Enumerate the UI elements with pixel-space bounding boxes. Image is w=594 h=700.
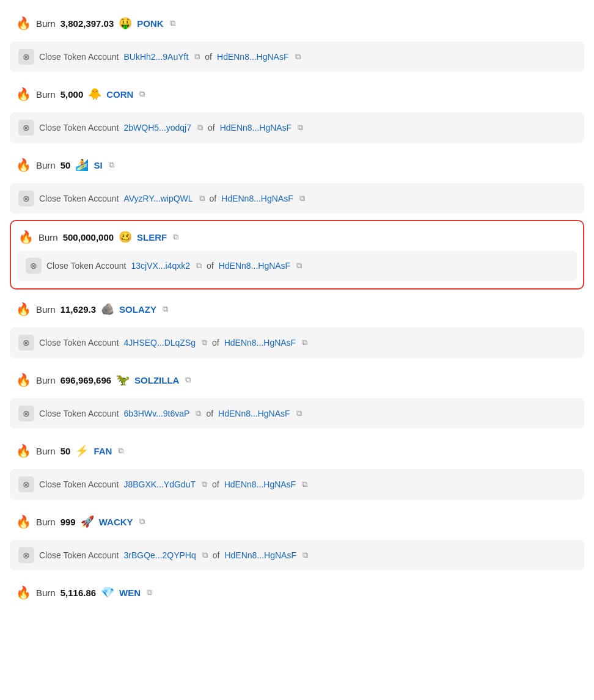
token-icon: 🐥 [88,87,101,101]
transaction-group: 🔥 Burn 5,000 🐥 CORN ⧉ ⊗ Close Token Acco… [10,78,584,143]
burn-amount: 3,802,397.03 [61,18,114,29]
close-address[interactable]: 13cjVX...i4qxk2 [131,261,191,271]
owner-address[interactable]: HdENn8...HgNAsF [220,123,292,133]
copy-icon[interactable]: ⧉ [298,123,303,133]
close-address[interactable]: 6b3HWv...9t6vaP [124,409,190,418]
copy-icon[interactable]: ⧉ [296,409,302,418]
burn-row: 🔥 Burn 50 🏄 SI ⧉ [10,149,584,181]
close-token-account-row: ⊗ Close Token Account 2bWQH5...yodqj7 ⧉ … [10,112,584,143]
token-name[interactable]: SI [94,160,102,170]
burn-amount: 50 [61,160,71,170]
highlighted-transaction: 🔥 Burn 500,000,000 🥴 SLERF ⧉ ⊗ Close Tok… [10,220,584,290]
burn-row: 🔥 Burn 696,969,696 🦖 SOLZILLA ⧉ [10,364,584,396]
copy-icon[interactable]: ⧉ [139,517,145,527]
close-account-icon: ⊗ [18,406,34,421]
close-account-icon: ⊗ [18,49,34,65]
token-name[interactable]: PONK [137,18,163,29]
fire-icon: 🔥 [16,585,31,600]
copy-icon[interactable]: ⧉ [170,18,175,28]
copy-icon[interactable]: ⧉ [196,409,201,418]
copy-icon[interactable]: ⧉ [202,479,207,489]
token-name[interactable]: FAN [94,446,112,456]
of-label: of [212,338,219,348]
close-token-account-row: ⊗ Close Token Account 13cjVX...i4qxk2 ⧉ … [17,250,577,281]
transaction-group: 🔥 Burn 999 🚀 WACKY ⧉ ⊗ Close Token Accou… [10,506,584,571]
close-label: Close Token Account [39,52,119,62]
token-name[interactable]: SOLZILLA [134,375,179,385]
owner-address[interactable]: HdENn8...HgNAsF [224,338,296,348]
owner-address[interactable]: HdENn8...HgNAsF [224,479,296,489]
copy-icon[interactable]: ⧉ [118,446,123,456]
burn-row: 🔥 Burn 11,629.3 🪨 SOLAZY ⧉ [10,293,584,325]
close-label: Close Token Account [39,550,119,560]
close-address[interactable]: AVyzRY...wipQWL [124,194,193,203]
of-label: of [210,194,217,203]
close-label: Close Token Account [39,409,119,418]
close-address[interactable]: J8BGXK...YdGduT [124,479,196,489]
burn-amount: 50 [61,446,71,456]
copy-icon[interactable]: ⧉ [163,304,168,314]
copy-icon[interactable]: ⧉ [202,338,207,348]
token-icon: 🤑 [119,16,132,30]
burn-amount: 999 [61,517,76,527]
fire-icon: 🔥 [16,16,31,31]
transaction-group: 🔥 Burn 696,969,696 🦖 SOLZILLA ⧉ ⊗ Close … [10,364,584,429]
copy-icon[interactable]: ⧉ [199,194,205,203]
transaction-group: 🔥 Burn 3,802,397.03 🤑 PONK ⧉ ⊗ Close Tok… [10,7,584,72]
close-token-account-row: ⊗ Close Token Account 6b3HWv...9t6vaP ⧉ … [10,398,584,429]
fire-icon: 🔥 [16,443,31,458]
burn-label: Burn [36,18,56,29]
fire-icon: 🔥 [18,230,34,244]
copy-icon[interactable]: ⧉ [139,89,145,99]
copy-icon[interactable]: ⧉ [295,52,301,62]
burn-label: Burn [36,517,56,527]
token-name[interactable]: SOLAZY [119,304,156,315]
token-name[interactable]: SLERF [137,232,167,242]
close-account-icon: ⊗ [18,120,34,136]
owner-address[interactable]: HdENn8...HgNAsF [217,52,288,62]
of-label: of [206,409,213,418]
copy-icon[interactable]: ⧉ [299,194,305,203]
of-label: of [207,261,214,271]
token-name[interactable]: CORN [106,89,133,100]
owner-address[interactable]: HdENn8...HgNAsF [218,409,290,418]
transaction-group: 🔥 Burn 50 ⚡ FAN ⧉ ⊗ Close Token Account … [10,435,584,500]
close-account-icon: ⊗ [18,335,34,351]
owner-address[interactable]: HdENn8...HgNAsF [221,194,293,203]
owner-address[interactable]: HdENn8...HgNAsF [219,261,290,271]
copy-icon[interactable]: ⧉ [302,479,307,489]
copy-icon[interactable]: ⧉ [173,232,178,242]
transaction-group: 🔥 Burn 11,629.3 🪨 SOLAZY ⧉ ⊗ Close Token… [10,293,584,358]
copy-icon[interactable]: ⧉ [196,261,202,271]
copy-icon[interactable]: ⧉ [197,123,203,133]
copy-icon[interactable]: ⧉ [194,52,200,62]
burn-row: 🔥 Burn 999 🚀 WACKY ⧉ [10,506,584,538]
copy-icon[interactable]: ⧉ [302,338,307,348]
fire-icon: 🔥 [16,514,31,529]
fire-icon: 🔥 [16,87,31,101]
close-token-account-row: ⊗ Close Token Account 4JHSEQ...DLqZSg ⧉ … [10,327,584,358]
close-token-account-row: ⊗ Close Token Account 3rBGQe...2QYPHq ⧉ … [10,540,584,571]
copy-icon[interactable]: ⧉ [185,375,191,385]
copy-icon[interactable]: ⧉ [147,588,152,597]
token-name[interactable]: WACKY [99,517,133,527]
copy-icon[interactable]: ⧉ [296,261,302,271]
close-label: Close Token Account [39,479,119,489]
close-label: Close Token Account [39,338,119,348]
of-label: of [205,52,212,62]
copy-icon[interactable]: ⧉ [109,160,114,170]
owner-address[interactable]: HdENn8...HgNAsF [224,550,296,560]
burn-amount: 5,000 [61,89,84,100]
close-address[interactable]: BUkHh2...9AuYft [124,52,189,62]
burn-amount: 5,116.86 [61,588,96,598]
copy-icon[interactable]: ⧉ [302,550,308,560]
token-icon: 🏄 [75,158,89,172]
close-token-account-row: ⊗ Close Token Account J8BGXK...YdGduT ⧉ … [10,469,584,500]
close-address[interactable]: 2bWQH5...yodqj7 [124,123,192,133]
close-account-icon: ⊗ [18,191,34,206]
token-name[interactable]: WEN [119,588,141,598]
copy-icon[interactable]: ⧉ [202,550,208,560]
close-address[interactable]: 3rBGQe...2QYPHq [124,550,196,560]
close-address[interactable]: 4JHSEQ...DLqZSg [124,338,196,348]
of-label: of [208,123,215,133]
